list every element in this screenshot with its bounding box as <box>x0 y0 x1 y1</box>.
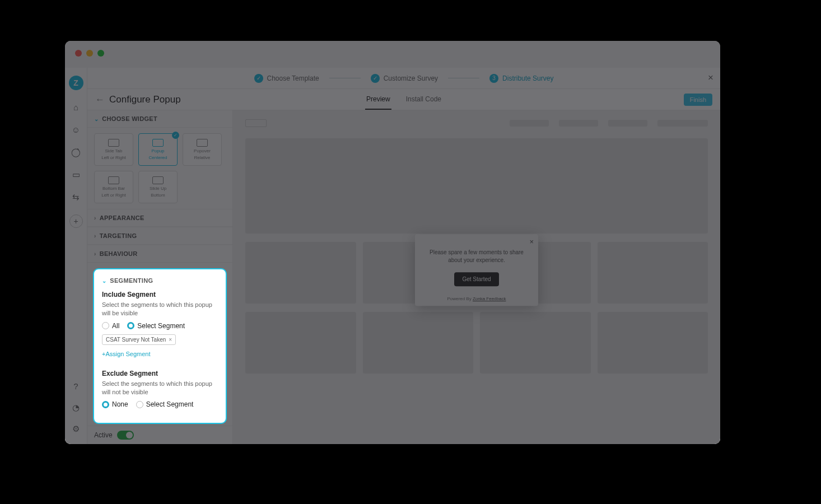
radio-select-segment-exclude[interactable]: Select Segment <box>136 400 194 408</box>
mock-card-row <box>245 312 708 374</box>
left-nav-rail: Z ⌂ ☺ ◯̀ ▭ ⇆ + ? ◔ ⚙ <box>65 68 87 444</box>
step-label: Customize Survey <box>384 74 438 82</box>
bell-icon[interactable]: ◔ <box>71 403 81 413</box>
radio-label: Select Segment <box>137 322 185 330</box>
mock-hero <box>245 138 708 234</box>
segment-tag: CSAT Survey Not Taken × <box>102 334 176 345</box>
get-started-button[interactable]: Get Started <box>454 272 498 286</box>
survey-popup: × Please spare a few moments to share ab… <box>415 234 538 306</box>
widget-label: Side Tab <box>105 148 123 153</box>
page-header: ← Configure Popup Preview Install Code F… <box>87 89 720 110</box>
tab-install-code[interactable]: Install Code <box>405 90 442 110</box>
radio-select-segment[interactable]: Select Segment <box>127 322 185 330</box>
gear-icon[interactable]: ⚙ <box>71 424 81 434</box>
smiley-icon[interactable]: ☺ <box>71 125 81 135</box>
widget-preview-icon <box>108 139 119 147</box>
brand-logo[interactable]: Z <box>69 76 83 90</box>
mock-logo <box>245 119 267 127</box>
tab-preview[interactable]: Preview <box>365 90 391 110</box>
section-behaviour[interactable]: › BEHAVIOUR <box>87 245 232 263</box>
radio-all[interactable]: All <box>102 322 119 330</box>
header-tabs: Preview Install Code <box>365 90 442 110</box>
app-window: Z ⌂ ☺ ◯̀ ▭ ⇆ + ? ◔ ⚙ ✓ Choose Template ✓… <box>65 41 720 444</box>
step-divider <box>448 78 479 78</box>
add-button[interactable]: + <box>69 214 83 228</box>
preview-canvas: × Please spare a few moments to share ab… <box>233 110 720 444</box>
user-icon[interactable]: ◯̀ <box>71 147 81 157</box>
radio-label: All <box>112 322 119 330</box>
step-distribute-survey[interactable]: 3 Distribute Survey <box>489 74 553 83</box>
radio-label: Select Segment <box>146 400 194 408</box>
step-number-icon: 3 <box>489 74 498 83</box>
widget-slide-up[interactable]: Slide Up Bottom <box>138 171 178 203</box>
mock-nav-item <box>510 120 549 127</box>
step-customize-survey[interactable]: ✓ Customize Survey <box>371 74 438 83</box>
active-label: Active <box>94 431 113 439</box>
maximize-dot[interactable] <box>97 50 104 57</box>
include-segment-desc: Select the segments to which this popup … <box>102 301 218 318</box>
widget-preview-icon <box>108 176 119 184</box>
section-appearance[interactable]: › APPEARANCE <box>87 209 232 227</box>
finish-button[interactable]: Finish <box>684 94 712 106</box>
section-label: SEGMENTING <box>110 277 153 284</box>
chevron-down-icon: ⌄ <box>102 278 106 284</box>
radio-icon <box>136 401 143 408</box>
back-arrow-icon[interactable]: ← <box>95 94 105 105</box>
widget-side-tab[interactable]: Side Tab Left or Right <box>94 133 133 166</box>
include-radio-group: All Select Segment <box>102 322 218 330</box>
powered-by: Powered By Zonka Feedback <box>423 296 530 301</box>
radio-icon <box>127 322 134 329</box>
close-dot[interactable] <box>75 50 82 57</box>
mock-nav-item <box>559 120 598 127</box>
assign-segment-link[interactable]: +Assign Segment <box>102 351 151 357</box>
check-icon: ✓ <box>254 74 263 83</box>
step-label: Choose Template <box>267 74 319 82</box>
widget-options: Side Tab Left or Right Popup Centered Po… <box>87 128 232 209</box>
popup-message: Please spare a few moments to share abou… <box>423 249 530 264</box>
section-label: BEHAVIOUR <box>100 250 138 257</box>
chevron-right-icon: › <box>94 251 96 257</box>
step-choose-template[interactable]: ✓ Choose Template <box>254 74 319 83</box>
widget-bottom-bar[interactable]: Bottom Bar Left or Right <box>94 171 133 203</box>
stepper: ✓ Choose Template ✓ Customize Survey 3 D… <box>87 68 720 89</box>
exclude-segment-title: Exclude Segment <box>102 370 218 377</box>
widget-popover[interactable]: Popover Relative <box>183 133 222 166</box>
radio-none[interactable]: None <box>102 400 128 408</box>
popup-close-icon[interactable]: × <box>529 237 534 246</box>
tag-label: CSAT Survey Not Taken <box>106 337 166 343</box>
widget-preview-icon <box>152 176 164 184</box>
close-icon[interactable]: × <box>708 72 713 83</box>
radio-icon <box>102 322 109 329</box>
widget-sublabel: Bottom <box>151 193 165 198</box>
section-label: CHOOSE WIDGET <box>102 115 157 122</box>
step-divider <box>329 78 361 78</box>
radio-icon <box>102 401 109 408</box>
section-label: TARGETING <box>100 232 137 239</box>
tag-remove-icon[interactable]: × <box>169 337 172 343</box>
powered-prefix: Powered By <box>447 296 473 301</box>
widget-preview-icon <box>152 139 164 147</box>
section-targeting[interactable]: › TARGETING <box>87 227 232 245</box>
window-controls <box>75 50 104 57</box>
active-toggle[interactable] <box>117 431 134 440</box>
widget-label: Popup <box>151 148 164 153</box>
widget-sublabel: Left or Right <box>101 193 126 198</box>
calendar-icon[interactable]: ▭ <box>71 170 81 180</box>
mock-page-header <box>245 118 708 128</box>
minimize-dot[interactable] <box>86 50 93 57</box>
section-choose-widget[interactable]: ⌄ CHOOSE WIDGET <box>87 110 232 128</box>
section-segmenting[interactable]: ⌄ SEGMENTING <box>102 277 218 284</box>
mock-nav-item <box>608 120 647 127</box>
exclude-radio-group: None Select Segment <box>102 400 218 408</box>
check-icon: ✓ <box>371 74 380 83</box>
help-icon[interactable]: ? <box>71 381 81 391</box>
workflow-icon[interactable]: ⇆ <box>71 192 81 202</box>
powered-brand-link[interactable]: Zonka Feedback <box>473 296 506 301</box>
section-label: APPEARANCE <box>100 214 144 221</box>
mock-nav-item <box>657 120 708 127</box>
include-segment-title: Include Segment <box>102 291 218 298</box>
widget-popup-centered[interactable]: Popup Centered <box>138 133 178 166</box>
home-icon[interactable]: ⌂ <box>71 102 81 113</box>
chevron-right-icon: › <box>94 215 96 221</box>
widget-sublabel: Centered <box>149 155 167 160</box>
